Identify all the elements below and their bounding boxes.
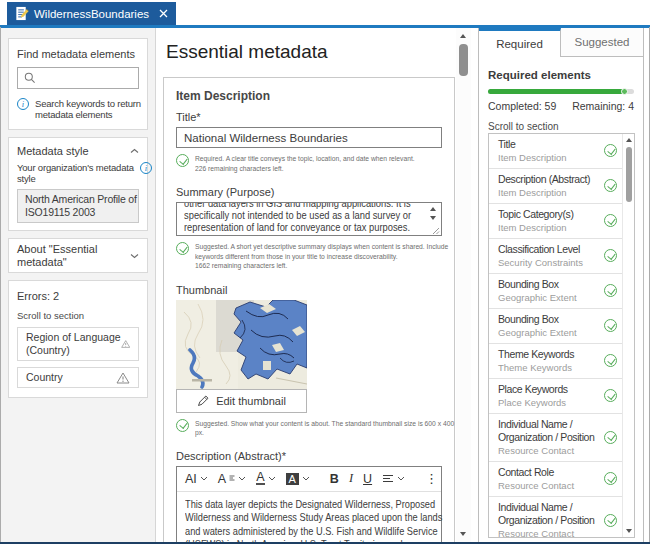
scroll-down-arrow[interactable]: [460, 532, 466, 536]
summary-label: Summary (Purpose): [176, 186, 442, 199]
scroll-down-arrow[interactable]: [626, 529, 632, 533]
right-panel-tabs: Required Suggested: [479, 28, 643, 57]
scroll-up-arrow[interactable]: [460, 34, 466, 38]
section-list-item[interactable]: Contact Role Resource Contact: [489, 462, 622, 497]
title-hint: Required. A clear title conveys the topi…: [195, 154, 415, 173]
document-icon: [14, 6, 29, 21]
warning-icon: [121, 338, 130, 350]
description-text[interactable]: This data layer depicts the Designated W…: [177, 492, 441, 543]
description-editor: AI A A A B I U ⋮ This data layer: [176, 466, 442, 543]
thumbnail-hint: Suggested. Show what your content is abo…: [195, 419, 454, 438]
thumbnail-label: Thumbnail: [176, 284, 442, 297]
section-list-item[interactable]: Classification Level Security Constraint…: [489, 239, 622, 274]
metadata-style-card: Metadata style Your organization's metad…: [8, 137, 148, 231]
errors-card: Errors: 2 Scroll to section Region of La…: [8, 280, 148, 398]
section-list-item[interactable]: Individual Name /Organization / Position…: [489, 497, 622, 538]
description-label: Description (Abstract)*: [176, 450, 442, 463]
more-options-button[interactable]: ⋮: [425, 471, 440, 486]
section-list-item[interactable]: Bounding Box Geographic Extent: [489, 309, 622, 344]
search-input[interactable]: [17, 67, 139, 89]
title-label: Title*: [176, 111, 442, 124]
tab-title: WildernessBoundaries: [34, 8, 149, 20]
metadata-style-value[interactable]: North American Profile of ISO19115 2003: [17, 189, 139, 223]
completed-count: Completed: 59: [488, 100, 556, 112]
info-icon: i: [140, 162, 152, 174]
tab-required[interactable]: Required: [479, 28, 561, 57]
section-list-item[interactable]: Place Keywords Place Keywords: [489, 379, 622, 414]
editor-toolbar: AI A A A B I U ⋮: [177, 467, 441, 492]
right-panel: Required Suggested Required elements Com…: [478, 28, 644, 542]
left-sidebar: Find metadata elements i Search keywords…: [1, 28, 156, 542]
remaining-count: Remaining: 4: [572, 100, 634, 112]
tab-suggested[interactable]: Suggested: [561, 28, 643, 57]
check-icon: [604, 144, 617, 157]
check-icon: [604, 214, 617, 227]
align-icon: [382, 474, 394, 483]
size-lines-icon: [229, 475, 235, 482]
section-list-item[interactable]: Theme Keywords Theme Keywords: [489, 344, 622, 379]
section-list-item[interactable]: Topic Category(s) Item Description: [489, 204, 622, 239]
main-scrollbar[interactable]: [456, 28, 471, 542]
find-card-title: Find metadata elements: [17, 48, 139, 60]
text-color-dropdown[interactable]: A: [256, 472, 275, 485]
metadata-style-title: Metadata style: [17, 145, 89, 157]
scrollbar-thumb[interactable]: [626, 147, 632, 202]
highlight-color-dropdown[interactable]: A: [286, 473, 310, 485]
scroll-up-arrow[interactable]: [626, 138, 632, 142]
search-hint: Search keywords to return metadata eleme…: [35, 98, 141, 120]
window-border: [0, 27, 1, 543]
errors-title: Errors: 2: [17, 290, 139, 302]
chevron-down-icon[interactable]: [130, 253, 139, 259]
page-title: Essential metadata: [166, 41, 456, 63]
check-icon: [176, 419, 189, 432]
align-dropdown[interactable]: [382, 474, 405, 483]
underline-button[interactable]: U: [363, 472, 372, 486]
item-description-card: Item Description Title* Required. A clea…: [163, 77, 455, 542]
check-icon: [604, 389, 617, 402]
section-list-item[interactable]: Individual Name /Organization / Position…: [489, 414, 622, 462]
summary-scrollbar[interactable]: [428, 203, 440, 235]
italic-button[interactable]: I: [349, 471, 353, 486]
edit-thumbnail-button[interactable]: Edit thumbnail: [176, 389, 307, 413]
section-list-item[interactable]: Bounding Box Geographic Extent: [489, 274, 622, 309]
summary-hint: Suggested. A short yet descriptive summa…: [195, 242, 448, 271]
search-icon: [24, 72, 36, 84]
window-border: [0, 542, 650, 544]
summary-textarea[interactable]: other data layers in GIS and mapping app…: [176, 202, 442, 236]
thumbnail-image: [176, 300, 307, 389]
section-title: Item Description: [176, 89, 442, 103]
check-icon: [604, 514, 617, 527]
close-icon[interactable]: [158, 8, 169, 19]
check-icon: [604, 431, 617, 444]
section-list-item[interactable]: Title Item Description: [489, 134, 622, 169]
check-icon: [604, 284, 617, 297]
font-family-dropdown[interactable]: AI: [185, 472, 208, 486]
scrollbar-thumb[interactable]: [459, 44, 468, 76]
check-icon: [604, 179, 617, 192]
section-list-scrollbar[interactable]: [622, 134, 634, 537]
warning-icon: [116, 372, 130, 384]
chevron-up-icon[interactable]: [130, 148, 139, 154]
pencil-icon: [197, 395, 209, 407]
font-size-dropdown[interactable]: A: [218, 472, 246, 486]
scroll-to-section-label: Scroll to section: [488, 121, 634, 132]
info-icon: i: [17, 98, 29, 110]
resize-grip-icon[interactable]: [432, 227, 440, 235]
bold-button[interactable]: B: [330, 472, 339, 486]
error-item[interactable]: Region of Language(Country): [17, 327, 139, 361]
title-input[interactable]: [176, 127, 442, 148]
find-metadata-card: Find metadata elements i Search keywords…: [8, 38, 148, 130]
section-list: Title Item Description Description (Abst…: [488, 133, 635, 538]
main-content: Essential metadata Item Description Titl…: [157, 28, 456, 542]
check-icon: [176, 242, 189, 255]
errors-scroll-label: Scroll to section: [17, 310, 139, 321]
check-icon: [176, 154, 189, 167]
error-item[interactable]: Country: [17, 367, 139, 388]
progress-bar: [488, 89, 634, 94]
check-icon: [604, 354, 617, 367]
progress-knob: [621, 88, 628, 95]
section-list-item[interactable]: Description (Abstract) Item Description: [489, 169, 622, 204]
check-icon: [604, 472, 617, 485]
about-card[interactable]: About "Essential metadata": [8, 238, 148, 273]
document-tab[interactable]: WildernessBoundaries: [7, 2, 176, 25]
